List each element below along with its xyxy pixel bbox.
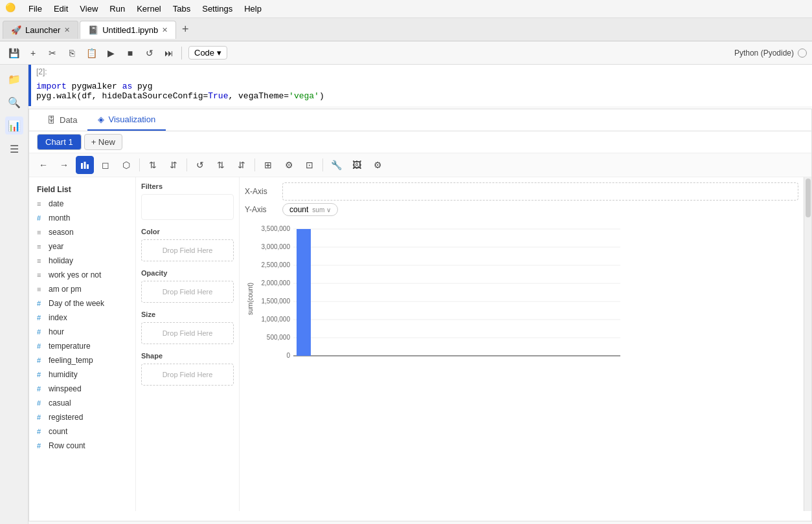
field-label-feeling-temp: feeling_temp: [49, 356, 93, 365]
sidebar-icon-search[interactable]: 🔍: [5, 93, 23, 111]
cut-button[interactable]: ✂: [44, 45, 61, 61]
field-humidity[interactable]: # humidity: [29, 367, 135, 382]
redo-button[interactable]: →: [55, 156, 73, 174]
y-axis-field-pill[interactable]: count sum ∨: [282, 203, 338, 216]
refresh-button[interactable]: ↺: [191, 156, 209, 174]
bar-rect[interactable]: [297, 229, 311, 356]
tab-launcher-close[interactable]: ✕: [64, 26, 70, 34]
field-temperature[interactable]: # temperature: [29, 339, 135, 353]
filters-drop-zone[interactable]: [141, 194, 234, 220]
cell-number: [2]:: [36, 67, 56, 76]
color-drop-zone[interactable]: Drop Field Here: [141, 239, 234, 261]
menu-file[interactable]: File: [23, 3, 47, 15]
three-col-layout: Field List ≡ date # month ≡ season ≡: [29, 177, 811, 511]
menu-view[interactable]: View: [74, 3, 103, 15]
config-button[interactable]: ⚙: [368, 156, 387, 174]
menu-help[interactable]: Help: [239, 3, 267, 15]
image-button[interactable]: 🖼: [348, 156, 366, 174]
run-button[interactable]: ▶: [102, 45, 119, 61]
field-index[interactable]: # index: [29, 311, 135, 325]
field-row-count[interactable]: # Row count: [29, 439, 135, 453]
field-work[interactable]: ≡ work yes or not: [29, 268, 135, 282]
sort-desc-button[interactable]: ⇵: [164, 156, 183, 174]
field-type-icon-dayofweek: #: [37, 300, 45, 307]
shape-drop-zone[interactable]: Drop Field Here: [141, 364, 234, 386]
restart-button[interactable]: ↺: [141, 45, 158, 61]
copy-button[interactable]: ⎘: [63, 45, 80, 61]
menu-edit[interactable]: Edit: [49, 3, 73, 15]
menu-run[interactable]: Run: [104, 3, 130, 15]
field-ampm[interactable]: ≡ am or pm: [29, 282, 135, 296]
chart-type-scatter[interactable]: ◻: [96, 156, 115, 174]
sub-tab-viz[interactable]: ◈ Visualization: [87, 109, 166, 131]
field-casual[interactable]: # casual: [29, 396, 135, 410]
chart-type-layer[interactable]: ⬡: [117, 156, 135, 174]
menu-settings[interactable]: Settings: [197, 3, 238, 15]
field-season[interactable]: ≡ season: [29, 225, 135, 239]
x-axis-drop-zone[interactable]: [282, 182, 798, 201]
main-layout: 📁 🔍 📊 ☰ [2]: import pygwalker as pyg pyg…: [0, 65, 812, 524]
field-count[interactable]: # count: [29, 424, 135, 439]
stop-button[interactable]: ■: [122, 45, 139, 61]
menu-tabs[interactable]: Tabs: [168, 3, 196, 15]
svg-text:2,500,000: 2,500,000: [262, 261, 291, 268]
svg-text:sum(count): sum(count): [247, 283, 254, 315]
viz-sep-2: [186, 158, 187, 171]
chart-tab-1[interactable]: Chart 1: [37, 134, 82, 150]
undo-button[interactable]: ←: [34, 156, 52, 174]
sidebar-icon-folder[interactable]: 📁: [5, 70, 23, 88]
size-drop-zone[interactable]: Drop Field Here: [141, 322, 234, 344]
y-axis-label: Y-Axis: [245, 205, 277, 214]
settings2-button[interactable]: ⚙: [280, 156, 298, 174]
add-cell-button[interactable]: +: [25, 45, 41, 61]
sub-tab-data[interactable]: 🗄 Data: [37, 110, 87, 130]
sort-asc-button[interactable]: ⇅: [144, 156, 162, 174]
tab-notebook[interactable]: 📓 Untitled1.ipynb ✕: [80, 21, 176, 39]
bar-chart: 3,500,000 3,000,000 2,500,000 2,000,000 …: [245, 221, 627, 370]
y-axis-aggregation: sum ∨: [312, 206, 331, 213]
save-button[interactable]: 💾: [5, 45, 22, 61]
viz-toolbar: ← → ◻ ⬡ ⇅ ⇵ ↺ ⇅ ⇵ ⊞ ⚙ ⊡ 🔧 🖼: [29, 153, 811, 177]
tab-launcher[interactable]: 🚀 Launcher ✕: [3, 21, 78, 39]
tab-notebook-close[interactable]: ✕: [162, 26, 168, 34]
field-registered[interactable]: # registered: [29, 410, 135, 424]
field-date[interactable]: ≡ date: [29, 197, 135, 211]
viz-sep-3: [254, 158, 255, 171]
field-type-icon-holiday: ≡: [37, 257, 45, 265]
right-scrollbar[interactable]: [804, 177, 811, 511]
field-year[interactable]: ≡ year: [29, 239, 135, 254]
sidebar-icon-menu[interactable]: ☰: [5, 140, 23, 158]
embed-button[interactable]: ⊡: [300, 156, 319, 174]
opacity-drop-zone[interactable]: Drop Field Here: [141, 281, 234, 303]
cell-code[interactable]: import pygwalker as pyg pyg.walk(df, hid…: [31, 79, 812, 106]
wrench-button[interactable]: 🔧: [327, 156, 345, 174]
field-type-icon-date: ≡: [37, 200, 45, 208]
cell-type-dropdown[interactable]: Code ▾: [188, 46, 227, 60]
app-icon: 🟡: [5, 3, 18, 16]
menu-kernel[interactable]: Kernel: [131, 3, 166, 15]
opacity-label: Opacity: [141, 269, 234, 277]
filter2-button[interactable]: ⇵: [232, 156, 251, 174]
sidebar-icon-data[interactable]: 📊: [5, 116, 23, 135]
svg-rect-0: [81, 163, 83, 169]
chart-wrapper: 3,500,000 3,000,000 2,500,000 2,000,000 …: [245, 221, 798, 370]
field-hour[interactable]: # hour: [29, 325, 135, 339]
field-label-temperature: temperature: [49, 342, 91, 351]
field-holiday[interactable]: ≡ holiday: [29, 254, 135, 268]
field-month[interactable]: # month: [29, 211, 135, 225]
field-label-winspeed: winspeed: [49, 384, 82, 393]
field-dayofweek[interactable]: # Day of the week: [29, 296, 135, 311]
expand-button[interactable]: ⊞: [259, 156, 277, 174]
paste-button[interactable]: 📋: [83, 45, 100, 61]
fast-forward-button[interactable]: ⏭: [161, 45, 177, 61]
new-chart-button[interactable]: + New: [84, 134, 122, 150]
field-type-icon-index: #: [37, 314, 45, 322]
new-tab-button[interactable]: +: [177, 22, 193, 38]
chart-type-bar[interactable]: [76, 156, 94, 174]
scrollbar-thumb[interactable]: [806, 179, 811, 217]
menu-bar: 🟡 File Edit View Run Kernel Tabs Setting…: [0, 0, 812, 18]
field-label-registered: registered: [49, 413, 83, 422]
filter-button[interactable]: ⇅: [212, 156, 230, 174]
field-winspeed[interactable]: # winspeed: [29, 382, 135, 396]
field-feeling-temp[interactable]: # feeling_temp: [29, 353, 135, 367]
